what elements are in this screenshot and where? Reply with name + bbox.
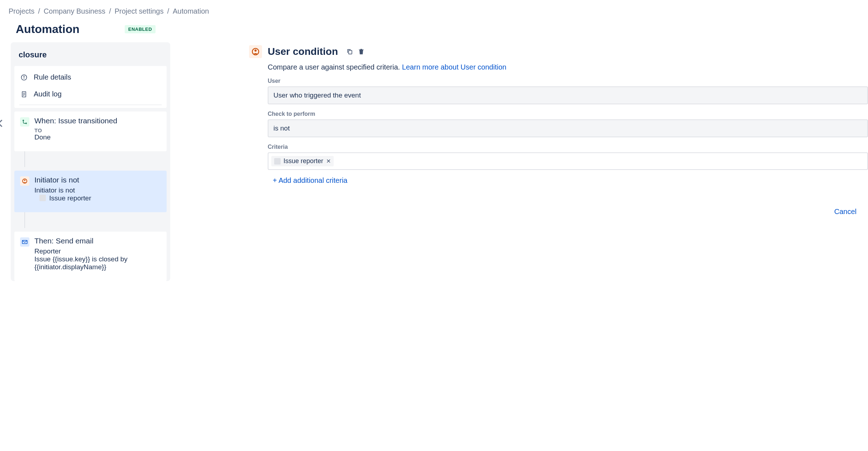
check-field-label: Check to perform [268,111,868,117]
breadcrumb: Projects / Company Business / Project se… [9,7,868,15]
step-condition[interactable]: Initiator is not Initiator is not Issue … [14,171,167,212]
add-criteria-link[interactable]: + Add additional criteria [273,176,868,185]
nav-rule-details-label: Rule details [34,73,71,81]
step-trigger-title: When: Issue transitioned [34,117,161,125]
rule-nav: Rule details Audit log [14,66,167,108]
breadcrumb-sep: / [167,7,169,15]
user-condition-icon [249,45,262,58]
cancel-button[interactable]: Cancel [830,205,861,219]
learn-more-link[interactable]: Learn more about User condition [402,63,506,71]
delete-button[interactable] [357,47,366,56]
breadcrumb-sep: / [38,7,40,15]
svg-point-7 [23,120,24,121]
step-condition-detail: Initiator is not Issue reporter [34,186,161,202]
trigger-icon [20,117,29,127]
criteria-tag-label: Issue reporter [283,157,323,165]
svg-point-8 [26,123,27,124]
detail-title: User condition [268,46,338,57]
step-trigger-subvalue: Done [34,133,161,141]
check-select[interactable]: is not [268,119,868,137]
user-select[interactable]: User who triggered the event [268,86,868,104]
svg-point-13 [254,49,257,52]
info-icon [20,74,28,81]
breadcrumb-sep: / [109,7,111,15]
detail-description: Compare a user against specified criteri… [268,63,868,71]
criteria-field-label: Criteria [268,144,868,150]
condition-icon [20,176,29,186]
nav-rule-details[interactable]: Rule details [14,69,167,86]
connector [24,212,25,228]
breadcrumb-settings[interactable]: Project settings [115,7,164,15]
page-title: Automation [16,23,80,36]
criteria-tag: Issue reporter ✕ [271,156,334,166]
criteria-input[interactable]: Issue reporter ✕ [268,152,868,170]
step-action-line1: Reporter [34,247,161,255]
document-icon [20,91,28,98]
divider [19,105,162,105]
connector [24,151,25,167]
step-action-line2: Issue {{issue.key}} is closed by {{initi… [34,255,161,271]
nav-audit-log[interactable]: Audit log [14,86,167,103]
back-chevron-icon[interactable] [0,118,6,128]
breadcrumb-company[interactable]: Company Business [44,7,105,15]
breadcrumb-projects[interactable]: Projects [9,7,34,15]
step-action-title: Then: Send email [34,237,161,245]
svg-rect-14 [349,51,352,54]
svg-point-2 [24,76,24,76]
rule-panel: closure Rule details Audit log [11,42,170,281]
step-trigger[interactable]: When: Issue transitioned TO Done [14,111,167,151]
step-action[interactable]: Then: Send email Reporter Issue {{issue.… [14,232,167,281]
tag-remove-icon[interactable]: ✕ [326,158,331,165]
step-trigger-sublabel: TO [34,127,161,133]
nav-audit-log-label: Audit log [34,90,62,98]
rule-name: closure [11,42,170,66]
copy-button[interactable] [345,47,354,56]
step-condition-title: Initiator is not [34,176,161,184]
detail-panel: User condition Compare a user against sp… [249,42,868,219]
status-badge: ENABLED [125,25,156,33]
user-field-label: User [268,78,868,84]
email-icon [20,237,29,247]
avatar-icon [274,158,281,165]
breadcrumb-automation[interactable]: Automation [173,7,209,15]
avatar-icon [39,195,46,201]
svg-point-10 [24,180,25,181]
